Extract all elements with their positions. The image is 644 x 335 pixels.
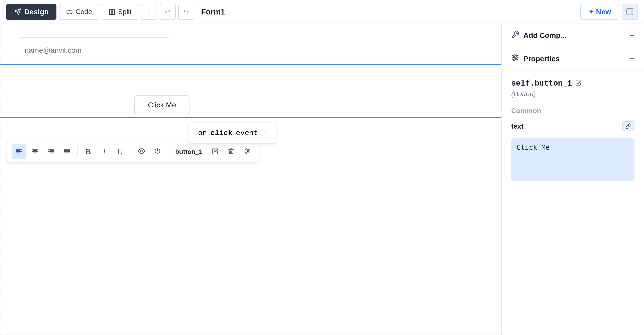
common-section-label: Common (511, 107, 634, 115)
canvas-inner: Click Me on click event → (0, 24, 501, 76)
split-button[interactable]: Split (102, 4, 138, 20)
text-prop-label: text (511, 122, 524, 130)
underline-button[interactable]: U (113, 144, 128, 159)
selection-line-top (0, 64, 501, 65)
properties-title: Properties (511, 54, 560, 63)
main-toolbar: Design Code Split ⋮ ↩ ↪ Form1 ✦ New (0, 0, 644, 24)
email-input-wrapper (18, 37, 169, 63)
text-prop-textarea[interactable]: Click Me (511, 138, 634, 181)
more-dots-icon: ⋮ (146, 8, 152, 15)
align-left-icon (15, 147, 23, 156)
paper-plane-icon (14, 8, 21, 15)
sparkle-icon: ✦ (588, 8, 594, 15)
prop-name-row: self.button_1 (511, 79, 634, 88)
right-panel: Add Comp... + Properties (501, 24, 644, 335)
properties-section: Properties − (502, 47, 644, 70)
delete-button[interactable] (224, 144, 238, 159)
visibility-button[interactable] (134, 144, 149, 159)
align-right-icon (47, 147, 55, 156)
power-icon (154, 147, 161, 156)
onclick-event-text: event → (236, 129, 267, 137)
undo-icon: ↩ (165, 8, 170, 15)
onclick-on-text: on (198, 129, 207, 137)
svg-rect-2 (627, 9, 633, 15)
eye-icon (138, 147, 145, 156)
code-button[interactable]: Code (59, 4, 99, 20)
power-button[interactable] (150, 144, 165, 159)
trash-icon (228, 148, 235, 156)
prop-link-icon[interactable] (622, 121, 634, 131)
divider-3 (168, 146, 168, 157)
svg-point-14 (516, 57, 517, 58)
svg-point-15 (514, 59, 515, 61)
new-label: New (596, 7, 611, 16)
align-justify-button[interactable] (60, 144, 74, 159)
code-label: Code (76, 8, 92, 16)
redo-button[interactable]: ↪ (178, 4, 194, 20)
panel-toggle-button[interactable] (622, 4, 638, 20)
text-prop-row: text (511, 121, 634, 131)
align-justify-icon (63, 147, 71, 156)
underline-icon: U (118, 148, 123, 156)
code-icon (66, 8, 73, 15)
design-button[interactable]: Design (6, 4, 56, 20)
svg-point-9 (246, 152, 247, 153)
sliders-icon-2 (511, 54, 520, 63)
design-label: Design (24, 7, 49, 16)
align-left-button[interactable] (12, 144, 26, 159)
svg-rect-0 (110, 9, 112, 14)
email-input[interactable] (18, 37, 169, 63)
align-right-button[interactable] (44, 144, 58, 159)
add-component-label: Add Comp... (523, 31, 566, 39)
add-component-section: Add Comp... + (502, 24, 644, 47)
wrench-icon (511, 30, 520, 40)
svg-point-3 (140, 150, 142, 152)
properties-body: self.button_1 (Button) Common text (502, 70, 644, 191)
click-me-button[interactable]: Click Me (134, 95, 190, 114)
floating-toolbar: B I U (7, 141, 259, 163)
bold-icon: B (86, 148, 91, 156)
italic-button[interactable]: I (97, 144, 112, 159)
add-component-title: Add Comp... (511, 30, 566, 40)
component-full-name: self.button_1 (511, 79, 572, 88)
svg-point-8 (247, 150, 249, 152)
component-name-edit-icon[interactable] (576, 80, 582, 87)
pencil-icon (212, 148, 219, 156)
align-center-button[interactable] (28, 144, 42, 159)
svg-point-13 (514, 55, 515, 57)
more-options-button[interactable]: ⋮ (141, 4, 157, 20)
component-type: (Button) (511, 90, 634, 98)
redo-icon: ↪ (184, 8, 189, 15)
undo-button[interactable]: ↩ (160, 4, 176, 20)
italic-icon: I (103, 148, 105, 156)
click-me-label: Click Me (148, 101, 176, 109)
properties-minus[interactable]: − (630, 54, 634, 63)
selection-line-bottom (0, 117, 501, 118)
layout-icon (626, 8, 634, 16)
settings-button[interactable] (240, 144, 254, 159)
component-name-label: button_1 (171, 148, 206, 155)
split-label: Split (118, 8, 132, 16)
add-component-plus[interactable]: + (630, 30, 634, 40)
split-icon (108, 8, 116, 15)
divider-1 (78, 146, 78, 157)
svg-point-7 (246, 148, 247, 150)
main-area: Click Me on click event → (0, 24, 644, 335)
new-button[interactable]: ✦ New (580, 4, 619, 20)
bold-button[interactable]: B (81, 144, 96, 159)
svg-rect-1 (112, 9, 114, 14)
onclick-click-keyword: click (210, 129, 232, 137)
properties-label: Properties (523, 54, 560, 63)
edit-name-button[interactable] (208, 144, 222, 159)
align-center-icon (31, 147, 39, 156)
divider-2 (130, 146, 131, 157)
onclick-tooltip: on click event → (188, 123, 276, 144)
form-title: Form1 (201, 7, 225, 16)
canvas: Click Me on click event → (0, 24, 501, 335)
sliders-icon (244, 148, 251, 156)
